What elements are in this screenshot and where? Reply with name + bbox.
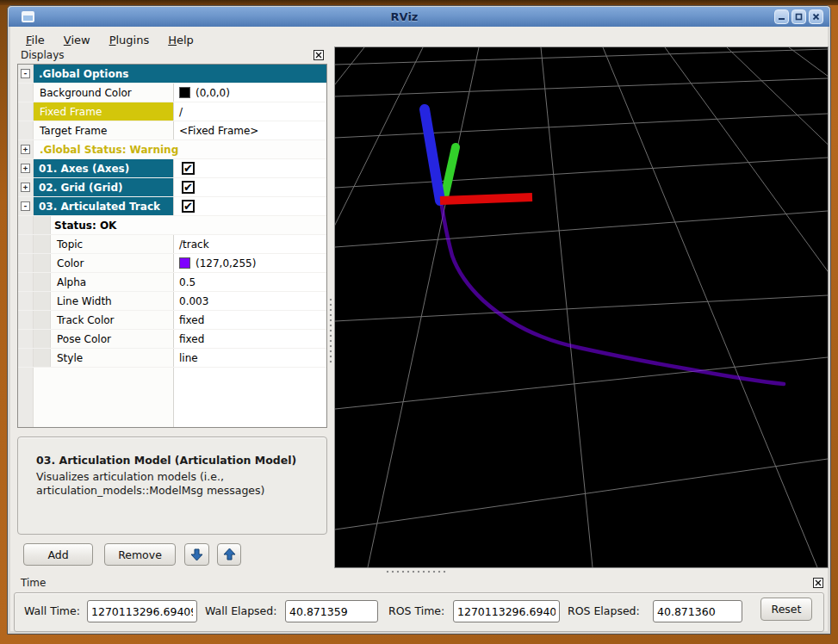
tree-row-track-color[interactable]: Track Color fixed xyxy=(18,311,326,330)
add-display-button[interactable]: Add xyxy=(23,543,93,566)
property-value[interactable]: <Fixed Frame> xyxy=(179,125,258,137)
enabled-checkbox[interactable]: ✔ xyxy=(182,181,195,194)
tree-row-axes-display[interactable]: + 01. Axes (Axes) ✔ xyxy=(18,159,326,178)
move-down-button[interactable] xyxy=(184,543,209,566)
time-panel-close-icon[interactable] xyxy=(813,578,823,588)
expand-icon[interactable]: + xyxy=(21,164,30,173)
ros-time-label: ROS Time: xyxy=(388,604,444,617)
menu-plugins-rest: lugins xyxy=(115,34,149,46)
tree-row-status-ok[interactable]: Status: OK xyxy=(18,216,326,235)
gutter xyxy=(18,121,34,139)
gutter xyxy=(18,330,34,348)
tree-row-style[interactable]: Style line xyxy=(18,349,326,368)
tree-row-topic[interactable]: Topic /track xyxy=(18,235,326,254)
property-name: Style xyxy=(51,349,173,367)
ros-elapsed-label: ROS Elapsed: xyxy=(568,604,640,617)
indent-guide xyxy=(34,330,51,348)
displays-panel-title: Displays xyxy=(21,49,64,61)
axis-y-green xyxy=(444,147,456,197)
property-name: Topic xyxy=(51,235,173,253)
gutter: - xyxy=(18,197,34,215)
collapse-icon[interactable]: - xyxy=(21,69,30,78)
indent-guide xyxy=(34,254,51,272)
enabled-checkbox[interactable]: ✔ xyxy=(182,200,195,213)
indent-guide xyxy=(34,311,51,329)
gutter xyxy=(18,102,34,121)
display-header-label: 01. Axes (Axes) xyxy=(34,159,173,177)
tree-row-line-width[interactable]: Line Width 0.003 xyxy=(18,292,326,311)
close-button[interactable] xyxy=(809,9,823,24)
wall-time-label: Wall Time: xyxy=(24,604,80,617)
expand-icon[interactable]: + xyxy=(21,145,30,154)
tree-row-pose-color[interactable]: Pose Color fixed xyxy=(18,330,326,349)
displays-panel-close-icon[interactable] xyxy=(313,50,324,60)
tree-row-global-options[interactable]: - .Global Options xyxy=(18,65,326,84)
enabled-checkbox[interactable]: ✔ xyxy=(182,162,195,175)
menu-file[interactable]: File xyxy=(18,31,53,49)
property-name: Line Width xyxy=(51,292,173,310)
tree-row-fixed-frame[interactable]: Fixed Frame / xyxy=(18,102,326,121)
render-viewport[interactable] xyxy=(334,46,829,568)
property-name: Target Frame xyxy=(34,121,173,139)
minimize-button[interactable] xyxy=(774,9,789,24)
vertical-splitter-handle[interactable] xyxy=(329,298,333,363)
property-value[interactable]: fixed xyxy=(179,333,204,345)
property-value[interactable]: line xyxy=(179,352,198,364)
menu-help[interactable]: Help xyxy=(160,31,202,49)
menu-file-rest: ile xyxy=(32,34,45,46)
gutter: + xyxy=(18,140,34,158)
tree-row-background-color[interactable]: Background Color (0,0,0) xyxy=(18,84,326,102)
tree-empty-area[interactable] xyxy=(18,368,326,427)
gutter xyxy=(18,235,34,253)
property-value[interactable]: 0.5 xyxy=(179,276,196,288)
titlebar[interactable]: RViz xyxy=(9,7,829,27)
property-value[interactable]: 0.003 xyxy=(179,295,208,307)
property-value: (0,0,0) xyxy=(196,87,230,99)
time-panel-title: Time xyxy=(21,577,46,589)
tree-row-alpha[interactable]: Alpha 0.5 xyxy=(18,273,326,292)
group-header-label: .Global Options xyxy=(34,65,326,83)
property-value[interactable]: fixed xyxy=(179,314,204,326)
tree-row-global-status[interactable]: + .Global Status: Warning xyxy=(18,140,326,159)
collapse-icon[interactable]: - xyxy=(21,201,30,211)
horizontal-splitter-handle[interactable] xyxy=(386,570,448,574)
arrow-down-icon xyxy=(190,548,203,561)
menu-help-rest: elp xyxy=(177,34,194,46)
tree-row-color[interactable]: Color (127,0,255) xyxy=(18,254,326,273)
tree-row-target-frame[interactable]: Target Frame <Fixed Frame> xyxy=(18,121,326,140)
axis-x-red xyxy=(440,197,532,201)
tree-row-articulated-track-display[interactable]: - 03. Articulated Track ✔ xyxy=(18,197,326,216)
property-name-selected: Fixed Frame xyxy=(34,102,173,121)
menu-plugins[interactable]: Plugins xyxy=(102,31,158,49)
reset-time-button[interactable]: Reset xyxy=(760,598,812,621)
property-name: Track Color xyxy=(51,311,173,329)
remove-display-button[interactable]: Remove xyxy=(104,543,176,566)
wall-elapsed-label: Wall Elapsed: xyxy=(205,604,276,617)
description-title: 03. Articulation Model (Articulation Mod… xyxy=(36,454,314,467)
ros-elapsed-input[interactable] xyxy=(653,600,742,622)
window-title: RViz xyxy=(34,10,774,23)
wall-time-input[interactable] xyxy=(87,600,197,622)
property-value[interactable]: /track xyxy=(179,238,209,251)
color-swatch[interactable] xyxy=(179,257,190,269)
maximize-button[interactable] xyxy=(791,9,806,24)
menu-help-accel: H xyxy=(168,34,177,46)
gutter xyxy=(18,368,34,427)
description-body: Visualizes articulation models (i.e., ar… xyxy=(36,470,320,498)
indent-guide xyxy=(34,235,51,253)
property-name: Background Color xyxy=(34,84,173,102)
property-value[interactable]: / xyxy=(179,106,183,118)
ground-grid xyxy=(335,47,828,567)
close-icon xyxy=(811,12,821,22)
menu-view[interactable]: View xyxy=(56,31,98,49)
ros-time-input[interactable] xyxy=(453,600,560,622)
status-ok-label: Status: OK xyxy=(51,216,326,234)
tree-row-grid-display[interactable]: + 02. Grid (Grid) ✔ xyxy=(18,178,326,197)
axis-z-blue xyxy=(425,109,440,201)
display-header-label: 03. Articulated Track xyxy=(34,197,173,215)
move-up-button[interactable] xyxy=(217,543,241,566)
expand-icon[interactable]: + xyxy=(21,183,30,192)
wall-elapsed-input[interactable] xyxy=(285,600,378,622)
color-swatch[interactable] xyxy=(179,87,190,98)
gutter xyxy=(18,349,34,367)
